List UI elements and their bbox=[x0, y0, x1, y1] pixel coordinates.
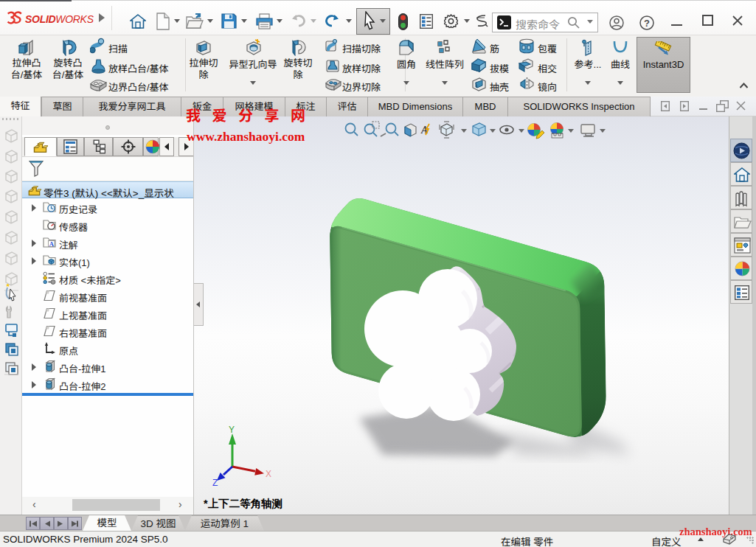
svg-text:A: A bbox=[420, 125, 428, 136]
svg-text:Z: Z bbox=[212, 478, 218, 488]
svg-text:SOLIDWORKS: SOLIDWORKS bbox=[25, 13, 94, 25]
svg-text:Y: Y bbox=[229, 425, 235, 435]
svg-text:X: X bbox=[266, 469, 271, 479]
svg-text:?: ? bbox=[644, 18, 650, 29]
svg-text:A: A bbox=[49, 240, 55, 248]
